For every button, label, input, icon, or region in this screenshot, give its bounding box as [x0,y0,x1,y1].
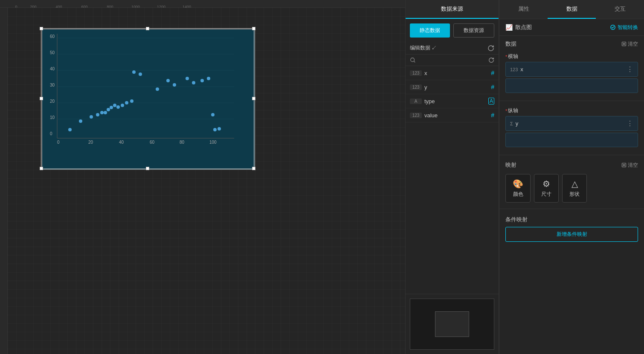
svg-text:40: 40 [119,140,124,145]
ruler-left [0,8,8,354]
x-axis-field-box[interactable]: 123 x ⋮ [505,62,638,77]
tab-datasource[interactable]: 数据来源 [406,0,499,19]
svg-point-41 [200,79,204,82]
field-item-value[interactable]: 123 value # [406,108,499,122]
svg-point-33 [130,99,133,103]
field-list: 123 x # 123 y # A type A 123 value # [406,66,499,294]
y-axis-more-button[interactable]: ⋮ [627,119,633,128]
field-type-type: A [410,99,422,104]
mapping-shape-button[interactable]: △ 形状 [562,174,587,203]
smart-convert-icon [610,24,616,30]
svg-text:40: 40 [50,67,55,71]
svg-point-37 [166,79,170,82]
search-row [406,55,499,66]
data-clear-button[interactable]: 清空 [621,41,638,48]
smart-convert-button[interactable]: 智能转换 [610,24,638,31]
svg-point-29 [113,104,116,107]
svg-text:60: 60 [50,34,55,39]
svg-point-26 [104,111,107,114]
field-name-value: value [424,112,488,119]
svg-point-25 [100,111,104,114]
divider-2 [499,155,644,155]
field-type-value: 123 [410,113,422,118]
mapping-color-button[interactable]: 🎨 颜色 [505,174,531,203]
mapping-section: 映射 清空 🎨 颜色 ⚙ 尺寸 [499,159,644,205]
chart-icon: 📈 [505,24,513,31]
divider-1 [499,101,644,101]
mapping-color-label: 颜色 [513,191,523,198]
mapping-clear-icon [621,162,627,168]
svg-point-32 [125,101,128,104]
add-condition-button[interactable]: 新增条件映射 [505,227,638,242]
mapping-shape-label: 形状 [569,191,580,198]
svg-text:20: 20 [50,99,55,104]
x-axis-label: * 横轴 [505,53,638,60]
field-item-type[interactable]: A type A [406,94,499,108]
shape-icon: △ [571,179,578,189]
field-type-x: 123 [410,70,422,76]
field-name-y: y [424,84,488,90]
mini-preview [406,294,499,354]
middle-tabs: 数据来源 [406,0,499,19]
datasource-buttons: 静态数据 数据资源 [406,19,499,42]
svg-point-43 [211,113,215,116]
right-panel: 属性 数据 交互 📈 散点图 智能转换 数据 [499,0,644,354]
chart-title: 散点图 [515,23,607,31]
canvas-area: 0 200 400 600 800 1000 1200 1400 60 50 4… [0,0,405,354]
clear-icon [621,41,627,46]
svg-point-27 [107,108,110,111]
mapping-size-label: 尺寸 [541,191,551,198]
edit-data-row: 编辑数据 ↙ [406,42,499,55]
y-axis-field-name: y [516,120,624,127]
mini-preview-box [410,299,494,350]
field-name-type: type [424,98,486,104]
svg-line-47 [414,61,415,62]
field-hash-icon-x: # [491,70,494,76]
svg-text:20: 20 [88,140,93,145]
x-axis-empty-box [505,78,638,93]
mapping-size-button[interactable]: ⚙ 尺寸 [534,174,559,203]
search-refresh-icon[interactable] [488,57,494,63]
x-axis-group: * 横轴 123 x ⋮ [499,50,644,97]
tab-data[interactable]: 数据 [548,0,596,19]
size-icon: ⚙ [542,179,550,189]
condition-section: 条件映射 新增条件映射 [499,212,644,245]
x-axis-more-button[interactable]: ⋮ [627,65,633,73]
x-axis-field-name: x [520,66,624,73]
data-resource-button[interactable]: 数据资源 [453,23,494,38]
y-axis-label: * 纵轴 [505,107,638,114]
ruler-top: 0 200 400 600 800 1000 1200 1400 [0,0,405,8]
svg-point-24 [96,113,99,116]
field-item-x[interactable]: 123 x # [406,66,499,80]
color-icon: 🎨 [513,179,523,189]
y-axis-field-icon: Σ [510,121,513,126]
scatter-svg: 60 50 40 30 20 10 0 0 20 40 60 80 100 [42,29,255,170]
svg-text:50: 50 [50,50,55,55]
scatter-chart-container[interactable]: 60 50 40 30 20 10 0 0 20 40 60 80 100 [42,29,255,170]
refresh-icon[interactable] [487,45,494,52]
mapping-clear-button[interactable]: 清空 [621,162,638,169]
search-icon [410,57,416,63]
y-axis-field-box[interactable]: Σ y ⋮ [505,116,638,131]
svg-point-38 [173,83,176,87]
edit-data-button[interactable]: 编辑数据 ↙ [410,44,485,52]
y-axis-empty-box [505,133,638,147]
tab-properties[interactable]: 属性 [499,0,548,19]
static-data-button[interactable]: 静态数据 [410,23,450,38]
field-item-y[interactable]: 123 y # [406,80,499,94]
mapping-title: 映射 [505,161,516,169]
svg-point-35 [139,73,142,76]
svg-point-23 [90,115,93,119]
grid-canvas[interactable]: 60 50 40 30 20 10 0 0 20 40 60 80 100 [8,8,405,354]
x-axis-field-icon: 123 [510,67,518,72]
svg-text:0: 0 [57,140,60,145]
field-search-input[interactable] [418,57,486,63]
tab-interaction[interactable]: 交互 [596,0,644,19]
field-name-x: x [424,70,488,76]
right-tabs: 属性 数据 交互 [499,0,644,19]
svg-text:80: 80 [180,140,185,145]
svg-point-34 [132,70,136,74]
mapping-section-header: 映射 清空 [505,161,638,171]
divider-3 [499,209,644,209]
svg-text:100: 100 [209,140,217,145]
